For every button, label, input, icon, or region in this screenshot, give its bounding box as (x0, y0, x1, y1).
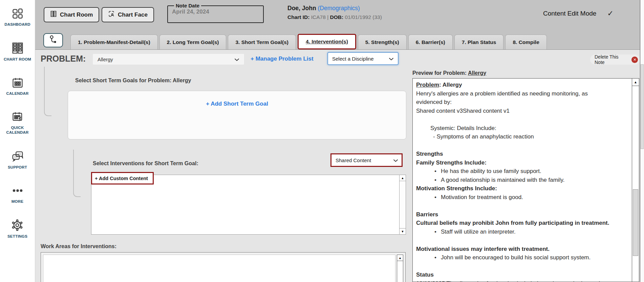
tab-barriers[interactable]: 6. Barrier(s) (408, 35, 453, 49)
content-edit-mode-toggle[interactable]: Content Edit Mode ✓ (543, 9, 614, 18)
sidebar-item-label: DASHBOARD (4, 22, 30, 27)
note-date-label: Note Date (174, 3, 201, 8)
preview-line: •A good relationship is maintained with … (416, 176, 629, 185)
tab-problem-manifest-details[interactable]: 1. Problem-Manifest-Detail(s) (70, 35, 158, 49)
calendar-icon (12, 77, 24, 89)
preview-line: •Staff will utilize an interpreter. (416, 227, 629, 236)
preview-line (416, 201, 629, 210)
chevron-down-icon (234, 57, 239, 62)
scroll-up-icon[interactable]: ▲ (400, 175, 406, 181)
short-term-goals-heading: Select Short Term Goals for Problem: All… (75, 78, 191, 84)
sidebar-item-more[interactable]: MORE (12, 185, 24, 204)
preview-line: Problem: Allergy (416, 81, 629, 89)
content-source-dropdown[interactable]: Shared Content (330, 153, 403, 167)
chevron-down-icon (389, 56, 394, 62)
add-custom-content-button[interactable]: + Add Custom Content (91, 172, 154, 185)
preview-line: 10/10/2025 The discussion for the plan i… (416, 279, 629, 282)
tab-plan-status[interactable]: 7. Plan Status (454, 35, 504, 49)
treatment-plan-screen: DASHBOARD CHART ROOM CALEND (0, 0, 644, 282)
add-short-term-goal-link[interactable]: + Add Short Term Goal (68, 101, 406, 107)
preview-line: Cultural beliefs may prohibit John from … (416, 219, 629, 227)
preview-line: •Motivation for treatment is good. (416, 193, 629, 202)
preview-text: Problem: AllergyHenry's allergies are a … (416, 81, 629, 282)
patient-info-separator: | (327, 14, 328, 20)
interventions-heading: Select Interventions for Short Term Goal… (93, 160, 198, 167)
preview-line: Henry's allergies are a problem identifi… (416, 89, 629, 98)
tab-workflow[interactable] (43, 33, 63, 47)
short-term-goals-panel: + Add Short Term Goal (68, 91, 406, 139)
sidebar-item-label: SUPPORT (8, 165, 27, 170)
chart-room-mini-icon (50, 10, 57, 19)
note-date-value[interactable]: April 24, 2024 (172, 8, 263, 15)
page-scrollbar[interactable] (640, 0, 644, 282)
scroll-down-icon[interactable]: ▼ (400, 228, 406, 234)
work-areas-textarea[interactable] (43, 255, 395, 282)
note-tabs-bar: 1. Problem-Manifest-Detail(s) 2. Long Te… (35, 30, 640, 50)
problem-dropdown[interactable]: Allergy (92, 53, 244, 65)
scroll-up-icon[interactable]: ▲ (397, 255, 403, 261)
chart-id-label: Chart ID: (287, 14, 309, 20)
delete-note-label: Delete This Note (595, 54, 629, 65)
problem-dropdown-value: Allergy (98, 57, 113, 62)
sidebar-item-settings[interactable]: SETTINGS (7, 219, 27, 239)
preview-line: •John will be encouraged to build his so… (416, 253, 629, 262)
tab-strengths[interactable]: 5. Strength(s) (358, 35, 407, 49)
discipline-dropdown[interactable]: Select a Discipline (327, 52, 399, 65)
sidebar-item-calendar[interactable]: CALENDAR (6, 77, 28, 96)
preview-title-problem: Allergy (468, 70, 486, 76)
work-areas-panel: ▲ (41, 252, 406, 282)
sidebar-item-label: QUICK CALENDAR (6, 125, 28, 135)
preview-title-prefix: Preview for Problem: (412, 70, 468, 76)
delete-x-icon: ✕ (631, 57, 638, 63)
tab-interventions[interactable]: 4. Intervention(s) (298, 34, 356, 49)
page-scrollbar-thumb[interactable] (641, 64, 644, 149)
preview-scrollbar-thumb[interactable] (633, 189, 638, 256)
sidebar-item-support[interactable]: SUPPORT (8, 150, 27, 170)
chart-face-button-label: Chart Face (118, 12, 148, 18)
hierarchy-connector (73, 150, 81, 197)
patient-info: Doe, John (Demographics) Chart ID: ICA78… (287, 5, 382, 20)
sidebar-item-label: SETTINGS (7, 234, 27, 239)
sidebar-nav: DASHBOARD CHART ROOM CALEND (0, 0, 35, 282)
preview-scrollbar[interactable]: ▲ (632, 79, 639, 282)
chart-room-button-label: Chart Room (60, 12, 93, 18)
more-icon (12, 185, 24, 197)
preview-line: evidenced by: (416, 98, 629, 107)
dob-value: 01/01/1992 (33) (345, 14, 382, 20)
manage-problem-list-link[interactable]: + Manage Problem List (251, 56, 314, 62)
sidebar-item-label: CALENDAR (6, 91, 28, 96)
interventions-scrollbar[interactable]: ▲ ▼ (399, 175, 406, 234)
delete-note-button[interactable]: Delete This Note ✕ (590, 55, 640, 65)
work-areas-heading: Work Areas for Interventions: (41, 243, 116, 250)
top-header: Chart Room Chart Face Note Date April 24… (35, 0, 640, 30)
preview-line: Barriers (416, 210, 629, 219)
chart-face-icon (108, 10, 115, 19)
scroll-up-icon[interactable]: ▲ (632, 79, 639, 86)
support-icon (11, 150, 24, 162)
preview-title: Preview for Problem: Allergy (412, 70, 486, 76)
sidebar-item-quick-calendar[interactable]: QUICK CALENDAR (6, 111, 28, 135)
chart-room-icon (11, 42, 24, 55)
chart-room-button[interactable]: Chart Room (44, 7, 99, 22)
discipline-dropdown-value: Select a Discipline (332, 56, 374, 62)
preview-line (416, 236, 629, 245)
content-source-value: Shared Content (336, 157, 371, 163)
work-areas-scrollbar[interactable]: ▲ (397, 255, 403, 282)
preview-line (416, 115, 629, 124)
tab-compile[interactable]: 8. Compile (505, 35, 546, 49)
preview-panel: Problem: AllergyHenry's allergies are a … (412, 78, 639, 282)
sidebar-item-chart-room[interactable]: CHART ROOM (4, 42, 31, 62)
preview-line: Systemic: Details Include: (416, 124, 629, 133)
problem-label: PROBLEM: (41, 54, 86, 64)
sidebar-item-dashboard[interactable]: DASHBOARD (4, 7, 30, 27)
chart-face-button[interactable]: Chart Face (102, 7, 154, 22)
preview-line: Family Strengths Include: (416, 158, 629, 167)
note-date-field: Note Date April 24, 2024 (167, 3, 264, 23)
demographics-link[interactable]: (Demographics) (318, 5, 360, 12)
preview-line: Motivational issues may interfere with t… (416, 245, 629, 254)
tab-short-term-goals[interactable]: 3. Short Term Goal(s) (228, 35, 296, 49)
sidebar-item-label: CHART ROOM (4, 57, 31, 62)
dob-label: DOB: (330, 14, 344, 20)
tab-long-term-goals[interactable]: 2. Long Term Goal(s) (159, 35, 227, 49)
preview-line: - Symptoms of an anaphylactic reaction (416, 132, 629, 141)
